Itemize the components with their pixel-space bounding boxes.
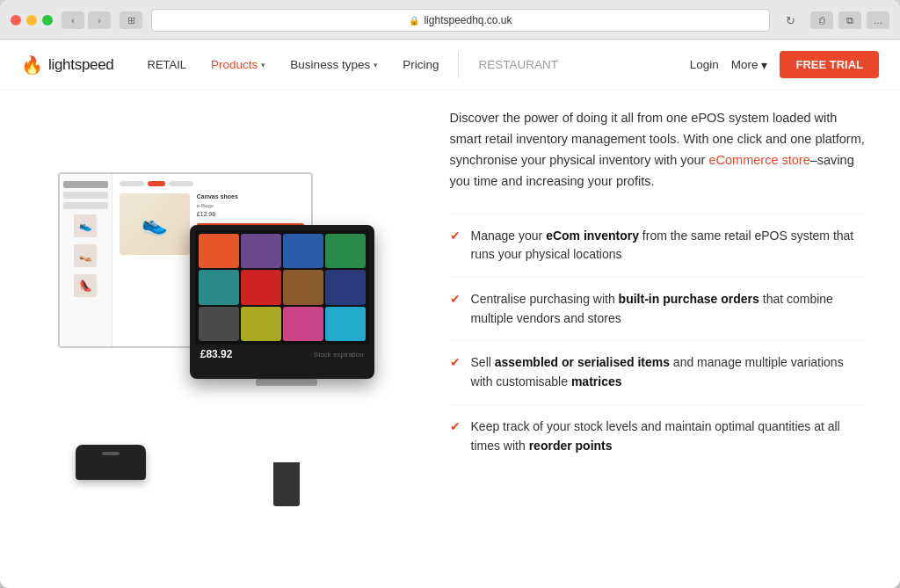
logo[interactable]: 🔥 lightspeed xyxy=(21,54,114,76)
screen-product-title: Canvas shoes xyxy=(197,193,304,200)
shoe-thumbnail-3: 👠 xyxy=(74,274,97,297)
screen-nav-bar xyxy=(120,181,304,186)
products-chevron-icon: ▾ xyxy=(261,61,265,69)
feature-bold-1: eCom inventory xyxy=(546,229,639,243)
tablet-tile xyxy=(283,307,323,341)
navigation: 🔥 lightspeed RETAIL Products ▾ Business … xyxy=(0,40,900,91)
back-button[interactable]: ‹ xyxy=(62,11,84,29)
tablet-tile xyxy=(241,307,281,341)
logo-flame-icon: 🔥 xyxy=(21,54,43,76)
nav-right: Login More ▾ FREE TRIAL xyxy=(690,51,879,78)
login-button[interactable]: Login xyxy=(690,58,719,71)
screen-nav-pill xyxy=(120,181,144,186)
checkmark-icon-1: ✔ xyxy=(450,229,461,265)
screen-product-image: 👟 xyxy=(120,193,190,255)
tablet-tile xyxy=(283,234,323,268)
nav-retail[interactable]: RETAIL xyxy=(135,40,200,91)
ecommerce-link[interactable]: eCommerce store xyxy=(708,153,809,167)
feature-bold-3a: assembled or serialised items xyxy=(495,355,670,369)
tablet-tile xyxy=(199,234,239,268)
tablet-tile xyxy=(241,234,281,268)
barcode-scanner xyxy=(76,445,146,480)
nav-products[interactable]: Products ▾ xyxy=(199,40,278,91)
feature-item-serialised: ✔ Sell assembled or serialised items and… xyxy=(450,340,865,403)
screen-product-brand: e-Bags xyxy=(197,203,304,208)
lock-icon: 🔒 xyxy=(409,16,419,25)
tablet-stand-base xyxy=(273,462,300,506)
browser-nav-buttons: ‹ › xyxy=(62,11,111,29)
reload-button[interactable]: ↻ xyxy=(779,11,802,29)
maximize-button[interactable] xyxy=(42,15,53,25)
tablet-tile xyxy=(241,270,281,304)
tablet-tile xyxy=(199,270,239,304)
close-button[interactable] xyxy=(11,15,21,25)
pos-tablet: £83.92 Stock expiration xyxy=(190,225,374,379)
more-chevron-icon: ▾ xyxy=(761,58,767,72)
feature-bold-4: reorder points xyxy=(529,439,613,453)
url-text: lightspeedhq.co.uk xyxy=(424,14,512,26)
feature-bold-3b: matrices xyxy=(571,374,622,388)
tab-overview-button[interactable]: ⧉ xyxy=(838,11,861,29)
tablet-tile xyxy=(283,270,323,304)
tablet-bottom-bar: £83.92 Stock expiration xyxy=(195,345,369,364)
checkmark-icon-2: ✔ xyxy=(450,292,461,328)
traffic-lights xyxy=(11,15,53,25)
nav-business-types[interactable]: Business types ▾ xyxy=(278,40,390,91)
feature-item-ecom: ✔ Manage your eCom inventory from the sa… xyxy=(450,214,865,277)
scanner-light xyxy=(102,452,120,455)
left-panel: 👟 👡 👠 xyxy=(0,91,432,588)
checkmark-icon-4: ✔ xyxy=(450,419,461,455)
feature-list: ✔ Manage your eCom inventory from the sa… xyxy=(450,214,865,468)
minimize-button[interactable] xyxy=(26,15,37,25)
checkmark-icon-3: ✔ xyxy=(450,355,461,391)
screen-nav-item xyxy=(63,181,108,188)
shoe-thumbnail-1: 👟 xyxy=(74,214,97,237)
tablet-status: Stock expiration xyxy=(314,351,364,359)
nav-pricing[interactable]: Pricing xyxy=(390,40,451,91)
address-bar[interactable]: 🔒 lightspeedhq.co.uk xyxy=(151,9,770,32)
feature-bold-2: built-in purchase orders xyxy=(619,292,759,306)
browser-chrome: ‹ › ⊞ 🔒 lightspeedhq.co.uk ↻ ⎙ ⧉ … xyxy=(0,0,900,40)
screen-product-price: £12.98 xyxy=(197,211,304,217)
business-types-chevron-icon: ▾ xyxy=(374,61,378,69)
browser-actions: ⎙ ⧉ … xyxy=(810,11,889,29)
right-panel: Discover the power of doing it all from … xyxy=(432,91,900,588)
browser-more-button[interactable]: … xyxy=(867,11,889,29)
tablet-tile xyxy=(325,270,366,304)
feature-text-4: Keep track of your stock levels and main… xyxy=(471,417,865,455)
tablet-tile xyxy=(325,234,366,268)
shoe-thumbnail-2: 👡 xyxy=(74,244,97,267)
feature-text-1: Manage your eCom inventory from the same… xyxy=(471,227,865,265)
screen-nav-item xyxy=(63,202,108,209)
more-button[interactable]: More ▾ xyxy=(731,58,768,72)
monitor-base xyxy=(256,379,317,386)
screen-nav-pill-active xyxy=(148,181,165,186)
nav-restaurant[interactable]: RESTAURANT xyxy=(466,40,570,91)
nav-items: RETAIL Products ▾ Business types ▾ Prici… xyxy=(135,40,690,91)
tablet-tile xyxy=(325,307,366,341)
free-trial-button[interactable]: FREE TRIAL xyxy=(780,51,879,78)
forward-button[interactable]: › xyxy=(88,11,111,29)
feature-item-purchase-orders: ✔ Centralise purchasing with built-in pu… xyxy=(450,277,865,340)
feature-text-2: Centralise purchasing with built-in purc… xyxy=(471,290,865,328)
main-content: 👟 👡 👠 xyxy=(0,91,900,588)
tablet-tile xyxy=(199,307,239,341)
product-display: 👟 👡 👠 xyxy=(58,172,374,506)
tablet-price: £83.92 xyxy=(200,348,233,360)
page: 🔥 lightspeed RETAIL Products ▾ Business … xyxy=(0,40,900,588)
screen-nav-pill xyxy=(169,181,193,186)
nav-divider xyxy=(458,52,459,78)
feature-item-reorder: ✔ Keep track of your stock levels and ma… xyxy=(450,404,865,468)
tablet-screen xyxy=(195,230,369,345)
feature-text-3: Sell assembled or serialised items and m… xyxy=(471,353,865,391)
logo-text: lightspeed xyxy=(48,56,114,74)
tab-button[interactable]: ⊞ xyxy=(120,11,142,29)
screen-sidebar: 👟 👡 👠 xyxy=(60,174,112,346)
share-button[interactable]: ⎙ xyxy=(810,11,833,29)
screen-nav-item xyxy=(63,192,108,199)
intro-paragraph: Discover the power of doing it all from … xyxy=(450,108,865,192)
